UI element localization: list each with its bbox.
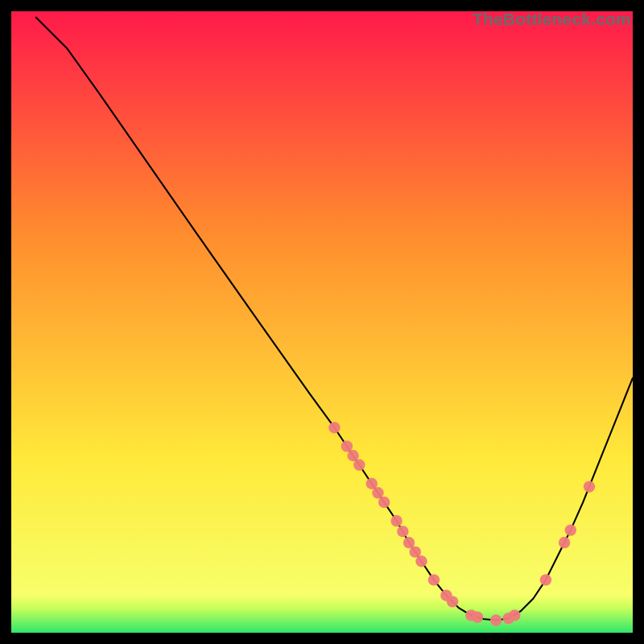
data-marker [353,459,365,470]
bottleneck-curve-chart [11,11,633,633]
data-marker [397,526,408,537]
data-marker [490,614,502,625]
data-marker [390,515,402,526]
data-marker [472,612,483,623]
data-marker [428,574,440,585]
data-marker [565,524,576,535]
data-marker [447,596,458,607]
data-marker [584,481,595,492]
data-marker [328,422,340,433]
chart-frame: TheBottleneck.com [11,11,633,633]
data-marker [559,537,570,548]
data-marker [509,609,520,621]
gradient-background [11,11,633,633]
data-marker [540,574,551,585]
data-marker [415,555,427,567]
data-marker [378,497,390,508]
watermark-text: TheBottleneck.com [473,10,631,29]
